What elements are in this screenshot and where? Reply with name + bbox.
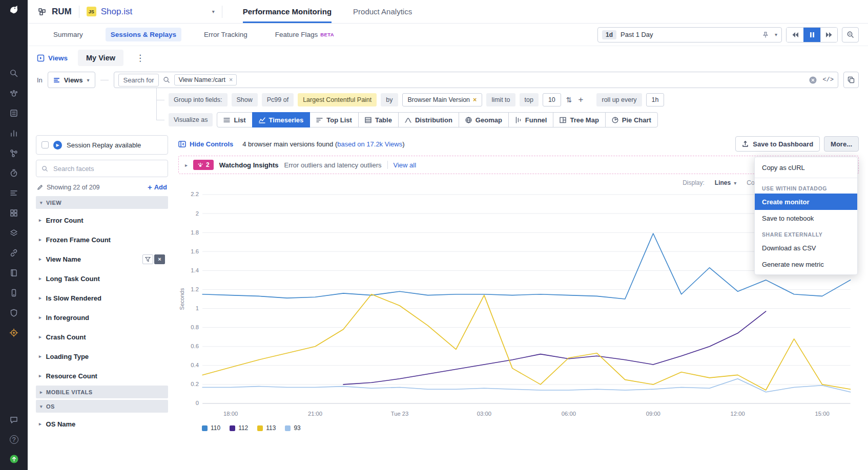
more-button[interactable]: More...: [824, 136, 859, 152]
clear-search-icon[interactable]: [809, 76, 817, 84]
tab-summary[interactable]: Summary: [48, 28, 88, 41]
aggregation-chip[interactable]: Pc99 of: [262, 93, 294, 106]
summary-link[interactable]: based on 17.2k Views: [337, 140, 402, 148]
kebab-menu-icon[interactable]: ⋮: [134, 53, 147, 63]
current-view-tab[interactable]: My View: [78, 50, 123, 66]
limit-to-chip[interactable]: limit to: [486, 93, 515, 106]
viz-tree-map-button[interactable]: Tree Map: [553, 112, 605, 127]
legend-item-112[interactable]: 112: [230, 424, 248, 432]
pipelines-icon[interactable]: [9, 188, 19, 198]
time-range-selector[interactable]: 1d Past 1 Day ▾: [597, 27, 782, 42]
display-dropdown[interactable]: Lines▾: [715, 179, 736, 186]
zoom-out-icon[interactable]: [842, 27, 859, 42]
forward-button[interactable]: [820, 28, 837, 42]
security-shield-icon[interactable]: [9, 308, 19, 318]
datadog-logo-icon[interactable]: [9, 5, 19, 15]
session-replay-filter[interactable]: ▶ Session Replay available: [36, 135, 168, 155]
facet-frozen-frame-count[interactable]: ▸Frozen Frame Count: [36, 230, 168, 249]
copy-query-icon[interactable]: [843, 72, 859, 88]
facet-view-name[interactable]: ▸ View Name ×: [36, 249, 168, 269]
viz-geomap-button[interactable]: Geomap: [459, 112, 509, 127]
rewind-button[interactable]: [787, 28, 803, 42]
tab-sessions-replays[interactable]: Sessions & Replays: [106, 28, 181, 41]
tab-error-tracking[interactable]: Error Tracking: [199, 28, 253, 41]
group-into-fields-chip[interactable]: Group into fields:: [169, 93, 228, 106]
search-filter-chip[interactable]: View Name:/cart ×: [174, 74, 237, 86]
session-replay-checkbox[interactable]: [42, 141, 49, 148]
by-label-chip[interactable]: by: [381, 93, 398, 106]
viz-timeseries-button[interactable]: Timeseries: [252, 112, 311, 127]
viz-pie-chart-button[interactable]: Pie Chart: [605, 112, 658, 127]
rollup-value-chip[interactable]: 1h: [646, 93, 665, 106]
help-icon[interactable]: ?: [9, 434, 19, 444]
facet-section-mobile-vitals[interactable]: ▸ MOBILE VITALS: [36, 386, 168, 398]
facet-crash-count[interactable]: ▸Crash Count: [36, 327, 168, 347]
add-query-icon[interactable]: +: [577, 95, 585, 105]
mobile-icon[interactable]: [9, 288, 19, 298]
facet-clear-filter-icon[interactable]: ×: [154, 254, 165, 264]
metrics-icon[interactable]: [9, 128, 19, 138]
service-graph-icon[interactable]: [9, 148, 19, 158]
limit-value-chip[interactable]: 10: [543, 93, 561, 106]
remove-group-by-icon[interactable]: ×: [473, 96, 477, 103]
watchdog-paw-icon[interactable]: [9, 88, 19, 98]
viz-top-list-button[interactable]: Top List: [309, 112, 359, 127]
legend-item-110[interactable]: 110: [202, 424, 220, 432]
search-icon[interactable]: [9, 68, 19, 78]
facet-resource-count[interactable]: ▸Resource Count: [36, 366, 168, 386]
docs-icon[interactable]: [9, 268, 19, 278]
limit-direction-chip[interactable]: top: [520, 93, 539, 106]
logs-icon[interactable]: [9, 108, 19, 118]
facet-filter-icon[interactable]: [142, 254, 153, 264]
save-to-dashboard-button[interactable]: Save to Dashboard: [735, 136, 820, 152]
legend-item-113[interactable]: 113: [257, 424, 276, 432]
application-selector[interactable]: JS Shop.ist ▾: [87, 7, 215, 17]
watchdog-view-all-link[interactable]: View all: [394, 161, 417, 169]
facet-is-slow-rendered[interactable]: ▸Is Slow Rendered: [36, 288, 168, 308]
code-view-icon[interactable]: </>: [822, 76, 834, 83]
viz-list-button[interactable]: List: [217, 112, 252, 127]
metric-chip[interactable]: Largest Contentful Paint: [298, 93, 377, 106]
tab-feature-flags[interactable]: Feature Flags BETA: [270, 28, 339, 41]
status-icon[interactable]: [9, 454, 19, 464]
facet-long-task-count[interactable]: ▸Long Task Count: [36, 269, 168, 288]
add-facet-button[interactable]: +Add: [148, 183, 167, 191]
remove-filter-icon[interactable]: ×: [229, 76, 233, 83]
menu-item-save-to-notebook[interactable]: Save to notebook: [755, 210, 857, 226]
pause-button[interactable]: [803, 28, 820, 42]
dashboards-icon[interactable]: [9, 208, 19, 218]
search-scope-dropdown[interactable]: Views ▾: [48, 72, 95, 88]
facet-os-name[interactable]: ▸OS Name: [36, 414, 168, 434]
facet-loading-type[interactable]: ▸Loading Type: [36, 347, 168, 366]
group-by-chip[interactable]: Browser Main Version ×: [402, 93, 483, 106]
facet-search-input[interactable]: [52, 164, 162, 173]
apm-icon[interactable]: [9, 168, 19, 178]
hide-controls-button[interactable]: Hide Controls: [178, 140, 233, 148]
facet-section-os[interactable]: ▾ OS: [36, 400, 168, 413]
layers-icon[interactable]: [9, 228, 19, 238]
menu-item-download-as-csv[interactable]: Download as CSV: [755, 240, 857, 256]
link-icon[interactable]: [9, 248, 19, 258]
rollup-label-chip[interactable]: roll up every: [596, 93, 642, 106]
tab-product-analytics[interactable]: Product Analytics: [353, 0, 412, 23]
tab-performance-monitoring[interactable]: Performance Monitoring: [243, 0, 332, 23]
facet-section-view[interactable]: ▾ VIEW: [36, 196, 168, 209]
menu-item-create-monitor[interactable]: Create monitor: [755, 194, 857, 210]
menu-item-generate-new-metric[interactable]: Generate new metric: [755, 256, 857, 272]
sort-order-icon[interactable]: ⇅: [565, 96, 573, 104]
legend-item-93[interactable]: 93: [285, 424, 300, 432]
search-input[interactable]: Search for View Name:/cart × </>: [114, 72, 839, 88]
menu-item-copy-as-curl[interactable]: Copy as cURL: [755, 159, 857, 176]
facet-label: Crash Count: [46, 333, 86, 341]
viz-table-button[interactable]: Table: [358, 112, 399, 127]
rum-target-icon[interactable]: [9, 328, 19, 338]
facet-in-foreground[interactable]: ▸In foreground: [36, 308, 168, 327]
chevron-right-icon[interactable]: ▸: [185, 162, 188, 168]
facet-error-count[interactable]: ▸Error Count: [36, 210, 168, 230]
views-button[interactable]: Views: [37, 54, 68, 62]
viz-distribution-button[interactable]: Distribution: [398, 112, 459, 127]
chat-icon[interactable]: [9, 415, 19, 425]
pin-icon[interactable]: [760, 30, 771, 40]
viz-funnel-button[interactable]: Funnel: [508, 112, 554, 127]
show-chip[interactable]: Show: [232, 93, 258, 106]
